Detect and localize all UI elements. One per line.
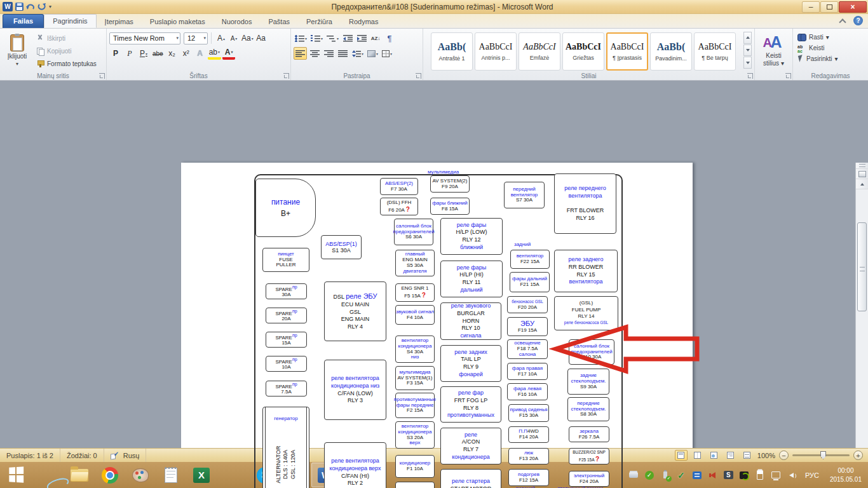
tab-peržiūra[interactable]: Peržiūra bbox=[298, 15, 341, 28]
tab-nuorodos[interactable]: Nuorodos bbox=[214, 15, 261, 28]
styles-dialog-launcher[interactable] bbox=[747, 73, 753, 79]
taskbar-chrome[interactable] bbox=[95, 463, 125, 487]
cut-button[interactable]: Iškirpti bbox=[34, 33, 98, 44]
underline-button[interactable]: P▾ bbox=[137, 47, 150, 60]
borders-button[interactable]: ▾ bbox=[381, 47, 393, 60]
taskbar-excel[interactable]: X bbox=[187, 463, 216, 487]
zoom-level[interactable]: 100% bbox=[757, 452, 775, 459]
style-pavadinimas[interactable]: AaBb(Pavadinim... bbox=[650, 32, 692, 71]
scrollbar-track[interactable] bbox=[856, 189, 868, 482]
taskbar-file-explorer[interactable] bbox=[65, 463, 94, 487]
font-size-select[interactable]: 12▾ bbox=[184, 32, 208, 44]
zoom-slider-thumb[interactable] bbox=[820, 451, 826, 459]
word-count[interactable]: Žodžiai: 0 bbox=[60, 449, 104, 462]
split-handle[interactable] bbox=[856, 163, 868, 169]
styles-scroll-down-button[interactable] bbox=[743, 44, 752, 57]
document-page[interactable]: питаниеB+пинцетFUSEPULLERSPAREпр30ASPARE… bbox=[181, 163, 693, 488]
page-indicator[interactable]: Puslapis: 1 iš 2 bbox=[0, 449, 60, 462]
italic-button[interactable]: P bbox=[123, 47, 136, 60]
sort-button[interactable]: AZ↓ bbox=[369, 32, 382, 44]
paste-dropdown-icon[interactable]: ▾ bbox=[16, 61, 18, 67]
paste-button[interactable]: Įklijuoti ▾ bbox=[3, 30, 32, 70]
align-center-button[interactable] bbox=[308, 47, 321, 60]
increase-indent-button[interactable] bbox=[355, 32, 368, 44]
tab-įterpimas[interactable]: Įterpimas bbox=[97, 15, 142, 28]
zoom-slider[interactable] bbox=[792, 454, 850, 456]
text-effects-button[interactable]: A bbox=[194, 47, 207, 60]
proofing-status[interactable]: Rusų bbox=[104, 449, 147, 462]
bullets-button[interactable]: ▾ bbox=[294, 32, 308, 44]
zoom-in-button[interactable]: + bbox=[853, 451, 863, 460]
style-antraste-1[interactable]: AaBb(Antraštė 1 bbox=[431, 32, 473, 71]
font-dialog-launcher[interactable] bbox=[283, 73, 289, 79]
tab-failas[interactable]: Failas bbox=[3, 14, 44, 28]
web-layout-view-button[interactable] bbox=[708, 450, 721, 461]
taskbar-clock[interactable]: 00:00 2015.05.01 bbox=[827, 466, 862, 484]
qat-customize-icon[interactable]: ▾ bbox=[49, 4, 51, 10]
styles-more-button[interactable] bbox=[743, 57, 752, 69]
copy-button[interactable]: Kopijuoti bbox=[34, 46, 98, 57]
change-styles-dialog-launcher[interactable] bbox=[785, 73, 791, 79]
decrease-indent-button[interactable] bbox=[341, 32, 354, 44]
close-button[interactable]: × bbox=[839, 1, 867, 13]
minimize-button[interactable]: – bbox=[802, 1, 820, 13]
print-layout-view-button[interactable] bbox=[675, 450, 688, 461]
tray-network-icon[interactable] bbox=[771, 470, 781, 480]
style-antrinis[interactable]: AaBbCcIAntrinis p... bbox=[475, 32, 517, 71]
clipboard-dialog-launcher[interactable] bbox=[99, 73, 105, 79]
format-painter-button[interactable]: Formato teptukas bbox=[34, 58, 98, 69]
line-spacing-button[interactable]: ▾ bbox=[350, 47, 365, 60]
start-button[interactable] bbox=[1, 463, 31, 487]
subscript-button[interactable]: x₂ bbox=[166, 47, 179, 60]
change-case-button[interactable]: Aa▾ bbox=[240, 32, 255, 44]
change-styles-button[interactable]: AA Keisti stilius ▾ bbox=[755, 29, 793, 80]
select-button[interactable]: Pasirinkti▾ bbox=[796, 53, 865, 64]
save-icon[interactable] bbox=[15, 3, 24, 11]
style-iprastasis[interactable]: AaBbCcI¶ Įprastasis bbox=[606, 32, 648, 71]
tab-rodymas[interactable]: Rodymas bbox=[341, 15, 386, 28]
redo-icon[interactable] bbox=[37, 3, 46, 11]
draft-view-button[interactable] bbox=[741, 450, 754, 461]
tray-usb-icon[interactable] bbox=[660, 470, 670, 480]
scroll-up-button[interactable] bbox=[856, 179, 868, 189]
zoom-out-button[interactable]: − bbox=[779, 451, 789, 460]
font-family-select[interactable]: Times New Rom▾ bbox=[109, 32, 180, 44]
clear-formatting-button[interactable]: Aa bbox=[255, 32, 268, 44]
tray-input-indicator-icon[interactable] bbox=[692, 470, 702, 480]
style-be-tarpu[interactable]: AaBbCcI¶ Be tarpų bbox=[694, 32, 736, 71]
align-right-button[interactable] bbox=[322, 47, 335, 60]
shading-button[interactable]: ▾ bbox=[366, 47, 379, 60]
collapse-ribbon-icon[interactable] bbox=[838, 17, 847, 25]
align-left-button[interactable] bbox=[294, 47, 307, 60]
ruler-toggle-button[interactable] bbox=[856, 169, 868, 179]
justify-button[interactable] bbox=[336, 47, 349, 60]
tray-update-icon[interactable] bbox=[644, 470, 654, 480]
styles-scroll-up-button[interactable] bbox=[743, 32, 752, 44]
scrollbar-thumb[interactable] bbox=[857, 222, 867, 311]
taskbar-language-indicator[interactable]: РУС bbox=[803, 471, 822, 479]
paragraph-dialog-launcher[interactable] bbox=[416, 73, 421, 79]
grow-font-button[interactable]: A▴ bbox=[215, 32, 227, 44]
taskbar-notepad[interactable] bbox=[156, 463, 186, 487]
show-marks-button[interactable]: ¶ bbox=[383, 32, 396, 44]
taskbar-paint[interactable] bbox=[126, 463, 155, 487]
tray-volume-icon[interactable] bbox=[787, 470, 797, 480]
tray-battery-icon[interactable] bbox=[755, 470, 765, 480]
find-button[interactable]: Rasti▾ bbox=[796, 32, 865, 43]
style-emfaze[interactable]: AaBbCcIEmfazė bbox=[519, 32, 560, 71]
help-icon[interactable]: ? bbox=[853, 16, 863, 25]
undo-icon[interactable] bbox=[26, 3, 35, 11]
tray-printer-icon[interactable] bbox=[628, 470, 639, 480]
strikethrough-button[interactable]: abe bbox=[151, 47, 165, 60]
tab-paštas[interactable]: Paštas bbox=[260, 15, 298, 28]
tray-synaptics-icon[interactable]: S bbox=[724, 471, 733, 479]
tray-nvidia-icon[interactable] bbox=[739, 470, 749, 480]
highlight-button[interactable]: ab▾ bbox=[208, 47, 221, 60]
tray-audio-warning-icon[interactable] bbox=[708, 470, 718, 480]
multilevel-list-button[interactable]: ▾ bbox=[325, 32, 340, 44]
vertical-scrollbar[interactable] bbox=[855, 163, 868, 488]
taskbar-internet-explorer[interactable] bbox=[34, 463, 64, 487]
font-color-button[interactable]: A▾ bbox=[222, 47, 235, 60]
fullscreen-reading-view-button[interactable] bbox=[691, 450, 704, 461]
numbering-button[interactable]: ▾ bbox=[309, 32, 324, 44]
